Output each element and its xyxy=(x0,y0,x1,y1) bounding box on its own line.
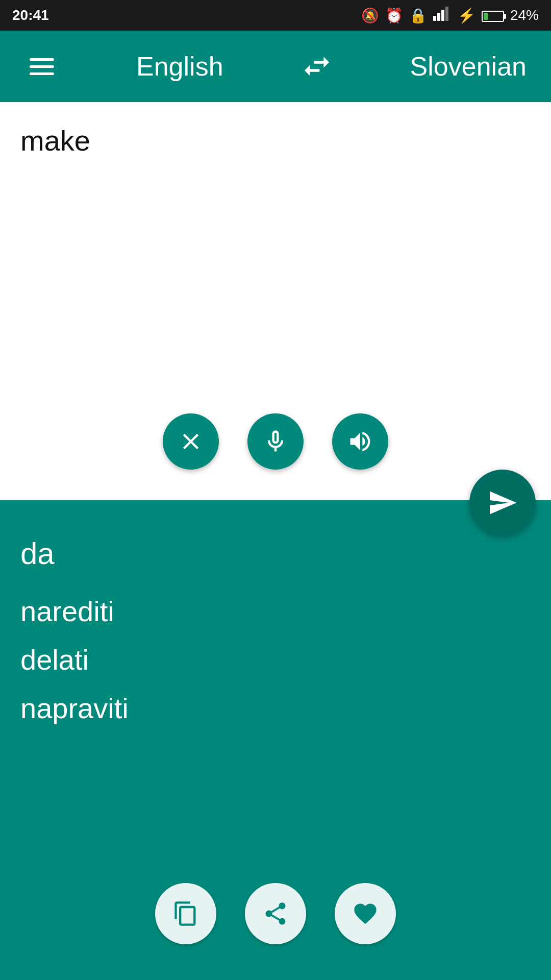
svg-rect-2 xyxy=(441,10,444,21)
status-bar: 20:41 🔕 ⏰ 🔒 ⚡ 24% xyxy=(0,0,551,31)
svg-rect-3 xyxy=(445,7,448,21)
source-text-input[interactable]: make xyxy=(20,122,531,419)
alt-word-2: delati xyxy=(20,644,89,676)
microphone-button[interactable] xyxy=(247,413,304,470)
copy-button[interactable] xyxy=(155,883,216,944)
status-icons: 🔕 ⏰ 🔒 ⚡ 24% xyxy=(361,7,539,24)
alt-word-3: napraviti xyxy=(20,692,129,724)
input-actions xyxy=(163,413,388,470)
bottom-actions xyxy=(155,883,396,944)
charging-icon: ⚡ xyxy=(458,7,475,24)
toolbar: English Slovenian xyxy=(0,31,551,102)
translation-area: da narediti delati napraviti xyxy=(0,500,551,980)
target-language-button[interactable]: Slovenian xyxy=(410,51,527,82)
alarm-icon: ⏰ xyxy=(385,7,403,24)
favorite-button[interactable] xyxy=(335,883,396,944)
svg-rect-0 xyxy=(433,16,436,21)
menu-button[interactable] xyxy=(24,53,59,80)
svg-rect-1 xyxy=(437,13,440,21)
main-content: make xyxy=(0,102,551,980)
battery-percent: 24% xyxy=(510,7,539,23)
swap-languages-button[interactable] xyxy=(300,50,333,83)
clear-button[interactable] xyxy=(163,413,219,470)
translation-alt-words: narediti delati napraviti xyxy=(20,587,531,733)
signal-icon xyxy=(433,7,452,24)
lock-icon: 🔒 xyxy=(409,7,427,24)
battery-icon xyxy=(482,7,504,23)
notification-icon: 🔕 xyxy=(361,7,379,24)
translate-button[interactable] xyxy=(469,470,536,536)
input-area: make xyxy=(0,102,551,500)
share-button[interactable] xyxy=(245,883,306,944)
time-display: 20:41 xyxy=(12,7,49,23)
alt-word-1: narediti xyxy=(20,595,114,627)
translation-main-word: da xyxy=(20,531,531,577)
speak-button[interactable] xyxy=(332,413,388,470)
source-language-button[interactable]: English xyxy=(136,51,223,82)
translation-text: da narediti delati napraviti xyxy=(20,531,531,733)
